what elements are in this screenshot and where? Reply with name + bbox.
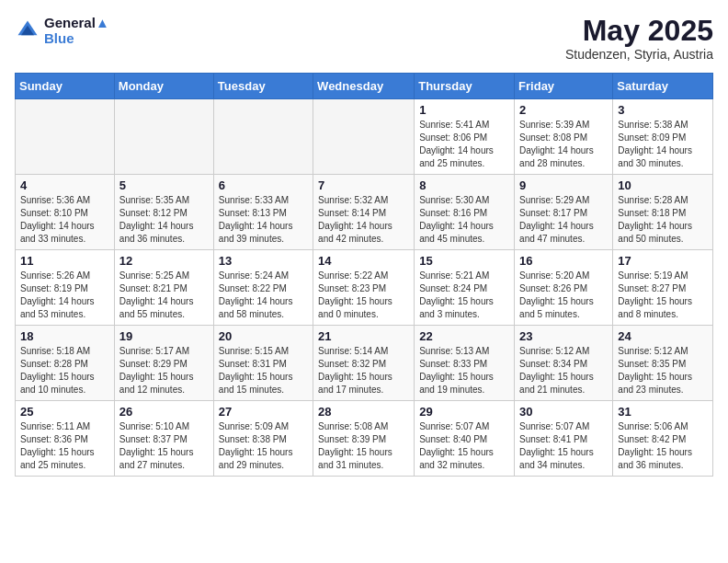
day-info: Sunrise: 5:15 AM Sunset: 8:31 PM Dayligh… xyxy=(219,345,308,396)
calendar-week-row: 25Sunrise: 5:11 AM Sunset: 8:36 PM Dayli… xyxy=(16,401,713,477)
day-number: 17 xyxy=(618,254,708,268)
calendar-cell: 8Sunrise: 5:30 AM Sunset: 8:16 PM Daylig… xyxy=(415,175,515,250)
logo: General▲ Blue xyxy=(15,15,109,46)
calendar-table: SundayMondayTuesdayWednesdayThursdayFrid… xyxy=(15,73,713,477)
calendar-cell: 30Sunrise: 5:07 AM Sunset: 8:41 PM Dayli… xyxy=(515,401,613,477)
day-info: Sunrise: 5:22 AM Sunset: 8:23 PM Dayligh… xyxy=(318,270,409,321)
day-number: 16 xyxy=(519,254,608,268)
calendar-week-row: 11Sunrise: 5:26 AM Sunset: 8:19 PM Dayli… xyxy=(16,250,713,326)
day-number: 5 xyxy=(119,178,209,192)
day-info: Sunrise: 5:39 AM Sunset: 8:08 PM Dayligh… xyxy=(519,119,608,170)
calendar-cell: 10Sunrise: 5:28 AM Sunset: 8:18 PM Dayli… xyxy=(613,175,713,250)
day-number: 18 xyxy=(20,329,109,343)
day-info: Sunrise: 5:25 AM Sunset: 8:21 PM Dayligh… xyxy=(119,270,209,321)
day-number: 26 xyxy=(119,405,209,419)
calendar-week-row: 18Sunrise: 5:18 AM Sunset: 8:28 PM Dayli… xyxy=(16,326,713,401)
calendar-cell: 5Sunrise: 5:35 AM Sunset: 8:12 PM Daylig… xyxy=(114,175,213,250)
weekday-header-friday: Friday xyxy=(515,74,613,99)
day-info: Sunrise: 5:18 AM Sunset: 8:28 PM Dayligh… xyxy=(20,345,109,396)
calendar-cell: 20Sunrise: 5:15 AM Sunset: 8:31 PM Dayli… xyxy=(213,326,313,401)
day-number: 9 xyxy=(519,178,608,192)
day-number: 13 xyxy=(219,254,308,268)
day-number: 30 xyxy=(519,405,608,419)
day-number: 4 xyxy=(20,178,109,192)
day-info: Sunrise: 5:13 AM Sunset: 8:33 PM Dayligh… xyxy=(419,345,509,396)
day-info: Sunrise: 5:20 AM Sunset: 8:26 PM Dayligh… xyxy=(519,270,608,321)
calendar-cell xyxy=(213,99,313,175)
calendar-cell: 23Sunrise: 5:12 AM Sunset: 8:34 PM Dayli… xyxy=(515,326,613,401)
calendar-cell: 4Sunrise: 5:36 AM Sunset: 8:10 PM Daylig… xyxy=(16,175,115,250)
calendar-cell: 18Sunrise: 5:18 AM Sunset: 8:28 PM Dayli… xyxy=(16,326,115,401)
logo-icon xyxy=(15,17,40,43)
day-info: Sunrise: 5:35 AM Sunset: 8:12 PM Dayligh… xyxy=(119,194,209,246)
calendar-cell: 19Sunrise: 5:17 AM Sunset: 8:29 PM Dayli… xyxy=(114,326,213,401)
calendar-cell: 29Sunrise: 5:07 AM Sunset: 8:40 PM Dayli… xyxy=(415,401,515,477)
day-info: Sunrise: 5:32 AM Sunset: 8:14 PM Dayligh… xyxy=(318,194,409,246)
weekday-header-wednesday: Wednesday xyxy=(313,74,415,99)
day-info: Sunrise: 5:26 AM Sunset: 8:19 PM Dayligh… xyxy=(20,270,109,321)
calendar-cell: 16Sunrise: 5:20 AM Sunset: 8:26 PM Dayli… xyxy=(515,250,613,326)
day-number: 31 xyxy=(618,405,708,419)
day-info: Sunrise: 5:06 AM Sunset: 8:42 PM Dayligh… xyxy=(618,420,708,472)
calendar-cell: 12Sunrise: 5:25 AM Sunset: 8:21 PM Dayli… xyxy=(114,250,213,326)
day-info: Sunrise: 5:09 AM Sunset: 8:38 PM Dayligh… xyxy=(219,420,308,472)
day-info: Sunrise: 5:11 AM Sunset: 8:36 PM Dayligh… xyxy=(20,420,109,472)
day-info: Sunrise: 5:08 AM Sunset: 8:39 PM Dayligh… xyxy=(318,420,409,472)
calendar-cell: 7Sunrise: 5:32 AM Sunset: 8:14 PM Daylig… xyxy=(313,175,415,250)
calendar-cell: 2Sunrise: 5:39 AM Sunset: 8:08 PM Daylig… xyxy=(515,99,613,175)
calendar-cell: 24Sunrise: 5:12 AM Sunset: 8:35 PM Dayli… xyxy=(613,326,713,401)
day-number: 2 xyxy=(519,103,608,117)
day-number: 29 xyxy=(419,405,509,419)
day-info: Sunrise: 5:30 AM Sunset: 8:16 PM Dayligh… xyxy=(419,194,509,246)
day-number: 1 xyxy=(419,103,509,117)
logo-text: General▲ Blue xyxy=(44,15,109,46)
calendar-cell xyxy=(313,99,415,175)
day-number: 12 xyxy=(119,254,209,268)
day-info: Sunrise: 5:07 AM Sunset: 8:41 PM Dayligh… xyxy=(519,420,608,472)
day-info: Sunrise: 5:36 AM Sunset: 8:10 PM Dayligh… xyxy=(20,194,109,246)
day-number: 11 xyxy=(20,254,109,268)
day-number: 3 xyxy=(618,103,708,117)
day-number: 28 xyxy=(318,405,409,419)
calendar-week-row: 1Sunrise: 5:41 AM Sunset: 8:06 PM Daylig… xyxy=(16,99,713,175)
day-info: Sunrise: 5:29 AM Sunset: 8:17 PM Dayligh… xyxy=(519,194,608,246)
day-number: 6 xyxy=(219,178,308,192)
day-number: 21 xyxy=(318,329,409,343)
calendar-cell: 31Sunrise: 5:06 AM Sunset: 8:42 PM Dayli… xyxy=(613,401,713,477)
calendar-cell: 14Sunrise: 5:22 AM Sunset: 8:23 PM Dayli… xyxy=(313,250,415,326)
page-header: General▲ Blue May 2025 Studenzen, Styria… xyxy=(15,15,713,62)
calendar-cell: 17Sunrise: 5:19 AM Sunset: 8:27 PM Dayli… xyxy=(613,250,713,326)
calendar-cell: 11Sunrise: 5:26 AM Sunset: 8:19 PM Dayli… xyxy=(16,250,115,326)
weekday-header-tuesday: Tuesday xyxy=(213,74,313,99)
day-info: Sunrise: 5:14 AM Sunset: 8:32 PM Dayligh… xyxy=(318,345,409,396)
day-info: Sunrise: 5:07 AM Sunset: 8:40 PM Dayligh… xyxy=(419,420,509,472)
calendar-cell: 26Sunrise: 5:10 AM Sunset: 8:37 PM Dayli… xyxy=(114,401,213,477)
day-number: 24 xyxy=(618,329,708,343)
day-info: Sunrise: 5:10 AM Sunset: 8:37 PM Dayligh… xyxy=(119,420,209,472)
day-number: 14 xyxy=(318,254,409,268)
calendar-cell: 21Sunrise: 5:14 AM Sunset: 8:32 PM Dayli… xyxy=(313,326,415,401)
day-number: 7 xyxy=(318,178,409,192)
calendar-cell: 28Sunrise: 5:08 AM Sunset: 8:39 PM Dayli… xyxy=(313,401,415,477)
day-info: Sunrise: 5:17 AM Sunset: 8:29 PM Dayligh… xyxy=(119,345,209,396)
calendar-cell: 3Sunrise: 5:38 AM Sunset: 8:09 PM Daylig… xyxy=(613,99,713,175)
location-subtitle: Studenzen, Styria, Austria xyxy=(565,47,713,62)
day-info: Sunrise: 5:24 AM Sunset: 8:22 PM Dayligh… xyxy=(219,270,308,321)
day-info: Sunrise: 5:12 AM Sunset: 8:35 PM Dayligh… xyxy=(618,345,708,396)
day-info: Sunrise: 5:38 AM Sunset: 8:09 PM Dayligh… xyxy=(618,119,708,170)
day-number: 27 xyxy=(219,405,308,419)
calendar-cell: 22Sunrise: 5:13 AM Sunset: 8:33 PM Dayli… xyxy=(415,326,515,401)
calendar-cell: 27Sunrise: 5:09 AM Sunset: 8:38 PM Dayli… xyxy=(213,401,313,477)
day-number: 15 xyxy=(419,254,509,268)
day-info: Sunrise: 5:28 AM Sunset: 8:18 PM Dayligh… xyxy=(618,194,708,246)
calendar-cell xyxy=(16,99,115,175)
day-number: 19 xyxy=(119,329,209,343)
weekday-header-sunday: Sunday xyxy=(16,74,115,99)
title-block: May 2025 Studenzen, Styria, Austria xyxy=(565,15,713,62)
weekday-header-thursday: Thursday xyxy=(415,74,515,99)
day-number: 8 xyxy=(419,178,509,192)
weekday-header-monday: Monday xyxy=(114,74,213,99)
weekday-header-row: SundayMondayTuesdayWednesdayThursdayFrid… xyxy=(16,74,713,99)
calendar-cell: 15Sunrise: 5:21 AM Sunset: 8:24 PM Dayli… xyxy=(415,250,515,326)
day-number: 25 xyxy=(20,405,109,419)
